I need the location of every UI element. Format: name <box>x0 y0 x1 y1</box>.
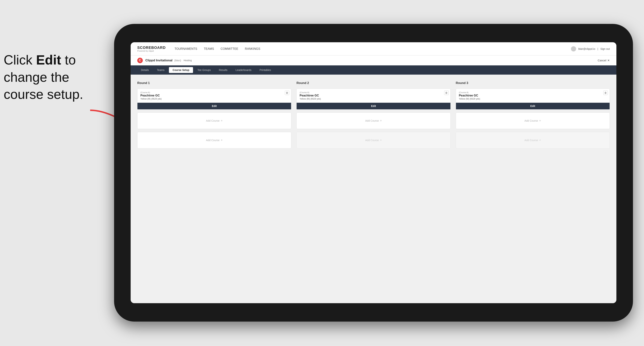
tab-printables[interactable]: Printables <box>256 67 275 73</box>
round-3-course-label: (Course A) <box>459 91 607 94</box>
round-2-column: Round 2 🗑 (Course A) Peachtree GC Yellow… <box>296 81 450 149</box>
add-course-2-label: Add Course <box>206 139 220 142</box>
tab-details[interactable]: Details <box>137 67 152 73</box>
sub-header: C Clippd Invitational (Men) Hosting Canc… <box>131 55 616 65</box>
add-course-1-label: Add Course <box>206 119 220 122</box>
tablet-screen: SCOREBOARD Powered by clippd TOURNAMENTS… <box>131 42 616 303</box>
tab-results[interactable]: Results <box>215 67 231 73</box>
tab-bar: Details Teams Course Setup Tee Groups Re… <box>131 65 616 75</box>
sign-out-link[interactable]: Sign out <box>600 47 610 50</box>
round-3-course-name: Peachtree GC <box>459 94 607 97</box>
round-3-title: Round 3 <box>456 81 610 85</box>
add-course-1-plus-icon: + <box>220 119 223 123</box>
round-2-add-course-1-plus-icon: + <box>380 119 382 123</box>
round-2-course-name: Peachtree GC <box>300 94 447 97</box>
round-3-add-course-2: Add Course + <box>456 132 610 149</box>
cancel-button[interactable]: Cancel ✕ <box>598 59 610 62</box>
bold-edit: Edit <box>36 53 61 67</box>
tab-leaderboards[interactable]: Leaderboards <box>232 67 255 73</box>
round-3-delete-button[interactable]: 🗑 <box>603 91 608 95</box>
tournament-status: Hosting <box>184 59 192 62</box>
round-2-course-label: (Course A) <box>300 91 447 94</box>
tournament-logo-icon: C <box>137 58 143 63</box>
tab-course-setup[interactable]: Course Setup <box>169 67 193 73</box>
main-content: Round 1 🗑 (Course A) Peachtree GC Yellow… <box>131 75 616 303</box>
round-3-course-card: 🗑 (Course A) Peachtree GC Yellow (M) (66… <box>456 89 610 110</box>
round-3-add-course-1-label: Add Course <box>524 119 538 122</box>
round-2-add-course-1[interactable]: Add Course + <box>296 112 450 129</box>
round-1-course-details: Yellow (M) (6629 yds) <box>140 98 288 100</box>
round-2-add-course-2: Add Course + <box>296 132 450 149</box>
round-2-course-card: 🗑 (Course A) Peachtree GC Yellow (M) (66… <box>296 89 450 110</box>
round-3-add-course-2-plus-icon: + <box>539 138 541 142</box>
round-2-delete-button[interactable]: 🗑 <box>444 91 448 95</box>
tab-tee-groups[interactable]: Tee Groups <box>194 67 214 73</box>
round-3-add-course-2-label: Add Course <box>524 139 538 142</box>
tablet-frame: SCOREBOARD Powered by clippd TOURNAMENTS… <box>114 24 633 322</box>
round-2-add-course-1-label: Add Course <box>365 119 379 122</box>
user-avatar <box>571 46 576 51</box>
tournament-name: Clippd Invitational <box>145 59 172 62</box>
round-1-title: Round 1 <box>137 81 291 85</box>
round-1-course-name: Peachtree GC <box>140 94 288 97</box>
logo-title: SCOREBOARD <box>137 46 166 50</box>
round-3-course-details: Yellow (M) (6629 yds) <box>459 98 607 100</box>
round-2-edit-button[interactable]: Edit <box>296 103 450 109</box>
round-2-course-details: Yellow (M) (6629 yds) <box>300 98 447 100</box>
rounds-grid: Round 1 🗑 (Course A) Peachtree GC Yellow… <box>137 81 610 149</box>
round-3-column: Round 3 🗑 (Course A) Peachtree GC Yellow… <box>456 81 610 149</box>
round-2-title: Round 2 <box>296 81 450 85</box>
tournament-gender: (Men) <box>174 59 181 62</box>
round-1-course-card: 🗑 (Course A) Peachtree GC Yellow (M) (66… <box>137 89 291 110</box>
round-1-edit-button[interactable]: Edit <box>138 103 291 109</box>
round-2-add-course-2-plus-icon: + <box>380 138 382 142</box>
round-2-add-course-2-label: Add Course <box>365 139 379 142</box>
round-1-add-course-2[interactable]: Add Course + <box>137 132 291 149</box>
nav-rankings[interactable]: RANKINGS <box>245 46 260 51</box>
round-3-add-course-1-plus-icon: + <box>539 119 541 123</box>
round-1-delete-button[interactable]: 🗑 <box>285 91 289 95</box>
logo-subtitle: Powered by clippd <box>137 50 166 52</box>
round-1-course-label: (Course A) <box>140 91 288 94</box>
round-3-add-course-1[interactable]: Add Course + <box>456 112 610 129</box>
nav-links: TOURNAMENTS TEAMS COMMITTEE RANKINGS <box>174 46 571 51</box>
add-course-2-plus-icon: + <box>220 138 223 142</box>
nav-right: blair@clippd.io | Sign out <box>571 46 610 51</box>
user-email: blair@clippd.io <box>578 47 595 50</box>
round-1-column: Round 1 🗑 (Course A) Peachtree GC Yellow… <box>137 81 291 149</box>
scoreboard-logo: SCOREBOARD Powered by clippd <box>137 46 166 52</box>
round-1-add-course-1[interactable]: Add Course + <box>137 112 291 129</box>
nav-teams[interactable]: TEAMS <box>204 46 214 51</box>
nav-tournaments[interactable]: TOURNAMENTS <box>174 46 197 51</box>
top-nav: SCOREBOARD Powered by clippd TOURNAMENTS… <box>131 42 616 55</box>
tab-teams[interactable]: Teams <box>153 67 168 73</box>
nav-separator: | <box>598 47 598 50</box>
nav-committee[interactable]: COMMITTEE <box>220 46 238 51</box>
round-3-edit-button[interactable]: Edit <box>456 103 610 109</box>
instruction-text: Click Edit to change the course setup. <box>4 51 83 103</box>
